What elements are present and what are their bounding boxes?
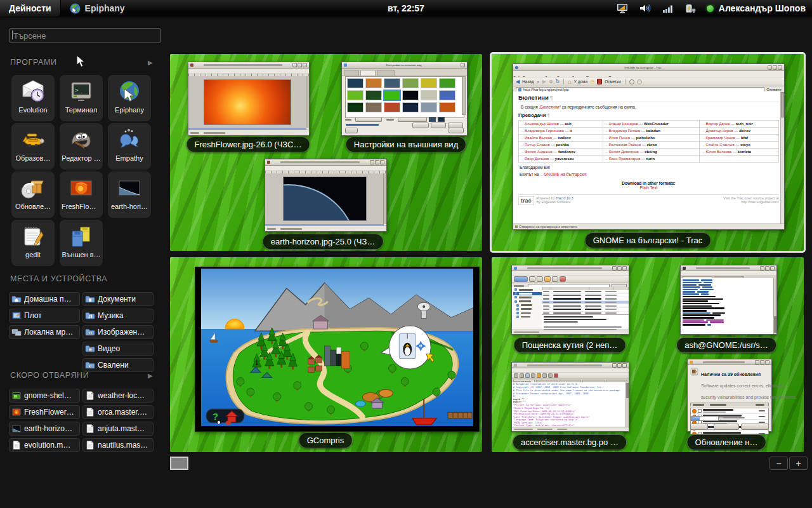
window-label-appearance[interactable]: Настройки на външния вид: [346, 137, 466, 152]
back-icon[interactable]: ◀: [516, 79, 520, 84]
recent-item[interactable]: evolution.m…: [9, 438, 80, 452]
editor-area[interactable]: # Bulgarian translation of accerciser po…: [512, 382, 626, 427]
wallpaper-grid[interactable]: [345, 76, 464, 118]
app-tile-gedit[interactable]: gedit: [11, 220, 55, 266]
place-item[interactable]: Документи: [82, 292, 154, 306]
page-scrollbar[interactable]: [780, 91, 784, 224]
home-icon[interactable]: ⌂: [568, 79, 571, 85]
translator-link[interactable]: Атанас Кошаров: [609, 122, 638, 126]
tab-strip[interactable]: [342, 69, 467, 76]
wallpaper-thumb[interactable]: [402, 90, 419, 100]
translator-link[interactable]: Ростислав Райков: [609, 143, 641, 147]
place-item[interactable]: Домашна п…: [9, 292, 80, 306]
translator-link[interactable]: Красимир Чонов: [705, 136, 735, 140]
window-evolution[interactable]: [511, 265, 629, 335]
programs-expand-icon[interactable]: ▶: [148, 59, 153, 66]
translator-link[interactable]: Александър Шопов: [525, 122, 559, 126]
wallpaper-thumb[interactable]: [421, 78, 437, 88]
wallpaper-thumb[interactable]: [421, 90, 437, 100]
bookmarks-icon[interactable]: [597, 79, 602, 84]
clock[interactable]: вт, 22:57: [388, 3, 424, 13]
toolbar[interactable]: [512, 373, 629, 378]
translator-link[interactable]: Димитър Киров: [705, 129, 733, 133]
wallpaper-thumb[interactable]: [347, 90, 363, 100]
window-epiphany-trac[interactable]: GNOME на български! - Trac Файл Редактир…: [513, 64, 785, 230]
window-label-trac[interactable]: GNOME на български! - Trac: [585, 232, 711, 248]
wallpaper-thumb[interactable]: [421, 102, 437, 112]
place-item[interactable]: Локална мр…: [9, 325, 80, 339]
app-menu[interactable]: Epiphany: [61, 3, 134, 14]
app-tile-empathy[interactable]: Empathy: [108, 123, 151, 170]
menubar[interactable]: Файл Редактиране Избиране Изглед Изображ…: [265, 166, 386, 171]
translator-link[interactable]: Ясен Праматаров: [609, 157, 641, 161]
recent-item[interactable]: earth-horizo…: [9, 422, 80, 436]
translator-link[interactable]: Владимир Петков: [609, 129, 641, 133]
wallpaper-thumb[interactable]: [402, 78, 419, 88]
message-list[interactable]: [542, 290, 629, 314]
volume-icon[interactable]: [639, 3, 652, 13]
menubar[interactable]: [512, 271, 629, 276]
window-gcompris[interactable]: ?: [195, 267, 480, 432]
window-gimp-freshflower[interactable]: Файл Редактиране Избиране Изглед Изображ…: [188, 62, 310, 136]
app-tile-flower[interactable]: FreshFlow…: [60, 171, 103, 218]
window-label-gedit[interactable]: accerciser.master.bg.po …: [513, 434, 627, 450]
recent-item[interactable]: orca.master.…: [82, 405, 154, 419]
app-tile-gcompris[interactable]: Образов…: [11, 123, 55, 170]
dialog-buttons[interactable]: [688, 424, 771, 430]
translator-link[interactable]: Ивайло Вълков: [525, 136, 552, 140]
recent-item[interactable]: anjuta.mast…: [82, 422, 154, 436]
window-gimp-earth[interactable]: Файл Редактиране Избиране Изглед Изображ…: [265, 159, 387, 232]
zoom-in-icon[interactable]: [629, 79, 634, 84]
window-update-manager[interactable]: Налични са 39 обновления Software update…: [687, 359, 772, 432]
app-tile-earth[interactable]: earth-hori…: [108, 171, 151, 218]
wallpaper-thumb[interactable]: [347, 78, 363, 88]
app-tile-update[interactable]: Обновле…: [11, 171, 55, 218]
translator-link[interactable]: Явор Доганов: [525, 157, 549, 161]
wallpaper-thumb[interactable]: [347, 102, 363, 112]
window-label-freshflower[interactable]: FreshFlower.jpg-26.0 (ЧЗС…: [187, 137, 310, 152]
translator-link[interactable]: Филип Димитров: [609, 150, 639, 154]
remove-workspace-button[interactable]: −: [769, 457, 788, 470]
edgewall-link[interactable]: http://trac.edgewall.com/: [741, 200, 779, 204]
recent-item[interactable]: nautilus.mas…: [82, 438, 154, 452]
list-column-headers[interactable]: [690, 403, 769, 406]
reload-icon[interactable]: ↻: [556, 79, 560, 84]
wallpaper-thumb[interactable]: [439, 90, 455, 100]
window-label-gcompris[interactable]: GCompris: [299, 432, 353, 448]
help-button[interactable]: [345, 128, 358, 133]
workspace-2-active[interactable]: GNOME на български! - Trac Файл Редактир…: [492, 54, 804, 251]
app-tile-evolution[interactable]: Evolution: [11, 75, 55, 121]
recent-item[interactable]: gnome-shel…: [9, 389, 80, 403]
menubar[interactable]: Файл Редактиране Изглед Търсене Инструме…: [512, 368, 629, 373]
trac-logo[interactable]: trac: [518, 196, 534, 205]
battery-icon[interactable]: [684, 3, 697, 13]
wallpaper-thumb[interactable]: [365, 78, 382, 88]
zoom-out-icon[interactable]: [637, 79, 642, 84]
add-workspace-button[interactable]: +: [789, 457, 808, 470]
recent-item[interactable]: FreshFlower…: [9, 405, 80, 419]
scrollbar[interactable]: [383, 173, 386, 224]
wallpaper-thumb[interactable]: [439, 78, 455, 88]
translator-link[interactable]: Владимира Гиргинова: [525, 129, 564, 133]
search-input[interactable]: [9, 28, 161, 43]
scrollbar[interactable]: [462, 76, 466, 115]
place-item[interactable]: Видео: [82, 342, 154, 356]
window-gedit[interactable]: Файл Редактиране Изглед Търсене Инструме…: [511, 362, 629, 432]
place-item[interactable]: Изображен…: [82, 325, 154, 339]
network-signal-icon[interactable]: [662, 4, 674, 13]
web-page[interactable]: Бюлетини¶ В секция „Бюлетини“ са периоди…: [513, 91, 784, 224]
wallpaper-thumb[interactable]: [383, 90, 401, 101]
wallpaper-thumb[interactable]: [365, 102, 382, 112]
workspace-3[interactable]: ? GCompris: [170, 257, 482, 452]
wallpaper-thumb[interactable]: [439, 102, 455, 112]
scrollbar[interactable]: [625, 382, 629, 427]
user-menu[interactable]: Александър Шопов: [707, 3, 806, 13]
browser-toolbar[interactable]: ◀ Назад ▼ ▶ ⊗ ↻ ⌂ У дома ◷ Отметки: [513, 77, 784, 86]
translator-link[interactable]: Виктор Дачев: [705, 122, 730, 126]
menubar[interactable]: Файл Редактиране Изглед Отиване Отметки …: [513, 71, 784, 77]
recent-expand-icon[interactable]: ▶: [148, 372, 153, 379]
translator-link[interactable]: Юлия Велкова: [705, 150, 731, 154]
recent-item[interactable]: weather-loc…: [82, 389, 154, 403]
window-label-earth[interactable]: earth-horizon.jpg-25.0 (ЧЗ…: [263, 234, 384, 250]
wallpaper-thumb[interactable]: [384, 102, 400, 112]
